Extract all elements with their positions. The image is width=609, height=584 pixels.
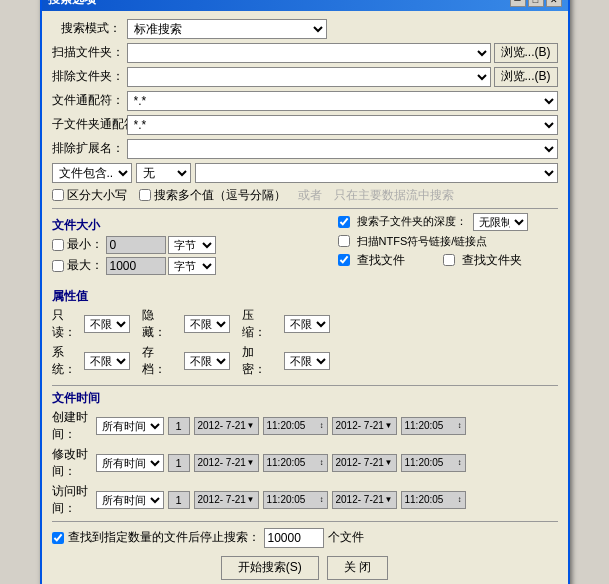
- max-size-checkbox[interactable]: [52, 260, 64, 272]
- modified-time-row: 修改时间： 所有时间 2012- 7-21 ▼ 11:20:05 ↕ 2012-…: [52, 446, 558, 480]
- created-time1-combo[interactable]: 11:20:05 ↕: [263, 417, 328, 435]
- readonly-select[interactable]: 不限: [84, 315, 130, 333]
- created-date2-arrow: ▼: [385, 421, 393, 430]
- modified-num-input[interactable]: [168, 454, 190, 472]
- search-mode-row: 搜索模式： 标准搜索: [52, 19, 558, 39]
- find-folder-checkbox[interactable]: [443, 254, 455, 266]
- stop-after-row: 查找到指定数量的文件后停止搜索： 个文件: [52, 528, 558, 548]
- file-wildcard-input[interactable]: *.*: [127, 91, 558, 111]
- max-label: 最大：: [67, 257, 103, 274]
- search-depth-checkbox[interactable]: [338, 216, 350, 228]
- title-bar: 搜索选项 ─ □ ✕: [42, 0, 568, 11]
- minimize-button[interactable]: ─: [510, 0, 526, 7]
- modified-time2-value: 11:20:05: [405, 457, 444, 468]
- find-files-label: 查找文件: [357, 252, 405, 269]
- archive-select[interactable]: 不限: [184, 352, 230, 370]
- hidden-label: 隐藏：: [142, 307, 176, 341]
- start-search-button[interactable]: 开始搜索(S): [221, 556, 319, 580]
- hidden-select[interactable]: 不限: [184, 315, 230, 333]
- created-num-input[interactable]: [168, 417, 190, 435]
- created-date2-value: 2012- 7-21: [336, 420, 384, 431]
- created-time-row: 创建时间： 所有时间 2012- 7-21 ▼ 11:20:05 ↕ 2012-…: [52, 409, 558, 443]
- accessed-label: 访问时间：: [52, 483, 92, 517]
- attr-row2: 系统： 不限 存档： 不限 加密： 不限: [52, 344, 330, 378]
- maximize-button[interactable]: □: [528, 0, 544, 7]
- exclude-ext-input[interactable]: [127, 139, 558, 159]
- scan-folder-row: 扫描文件夹： 浏览...(B): [52, 43, 558, 63]
- scan-ntfs-row: 扫描NTFS符号链接/链接点: [338, 234, 558, 249]
- stop-after-label: 查找到指定数量的文件后停止搜索：: [68, 529, 260, 546]
- search-multi-checkbox[interactable]: [139, 189, 151, 201]
- divider3: [52, 521, 558, 522]
- subdir-wildcard-input[interactable]: *.*: [127, 115, 558, 135]
- accessed-time2-value: 11:20:05: [405, 494, 444, 505]
- min-size-checkbox[interactable]: [52, 239, 64, 251]
- search-multi-item: 搜索多个值（逗号分隔）: [139, 187, 286, 204]
- accessed-time2-arrow: ↕: [458, 495, 462, 504]
- accessed-date2-combo[interactable]: 2012- 7-21 ▼: [332, 491, 397, 509]
- min-label: 最小：: [67, 236, 103, 253]
- accessed-num-input[interactable]: [168, 491, 190, 509]
- readonly-label: 只读：: [52, 307, 76, 341]
- modified-time1-combo[interactable]: 11:20:05 ↕: [263, 454, 328, 472]
- accessed-time-select[interactable]: 所有时间: [96, 491, 164, 509]
- search-depth-select[interactable]: 无限制: [473, 213, 528, 231]
- scan-folder-browse-button[interactable]: 浏览...(B): [494, 43, 558, 63]
- file-size-header: 文件大小: [52, 217, 330, 234]
- left-panel: 文件大小 最小： 字节 最大： 字节: [52, 213, 330, 381]
- file-size-min-row: 最小： 字节: [52, 236, 330, 254]
- created-date1-combo[interactable]: 2012- 7-21 ▼: [194, 417, 259, 435]
- case-sensitive-checkbox[interactable]: [52, 189, 64, 201]
- max-value-input[interactable]: [106, 257, 166, 275]
- stop-after-checkbox[interactable]: [52, 532, 64, 544]
- min-unit-select[interactable]: 字节: [168, 236, 216, 254]
- created-time-select[interactable]: 所有时间: [96, 417, 164, 435]
- accessed-date1-arrow: ▼: [247, 495, 255, 504]
- or-label: 或者: [298, 187, 322, 204]
- created-label: 创建时间：: [52, 409, 92, 443]
- scan-folder-input[interactable]: [127, 43, 491, 63]
- window-title: 搜索选项: [48, 0, 96, 8]
- modified-time2-combo[interactable]: 11:20:05 ↕: [401, 454, 466, 472]
- modified-date2-arrow: ▼: [385, 458, 393, 467]
- find-folder-label: 查找文件夹: [462, 252, 522, 269]
- scan-ntfs-checkbox[interactable]: [338, 235, 350, 247]
- created-time2-combo[interactable]: 11:20:05 ↕: [401, 417, 466, 435]
- find-files-checkbox[interactable]: [338, 254, 350, 266]
- attr-row1: 只读： 不限 隐藏： 不限 压缩： 不限: [52, 307, 330, 341]
- modified-date1-combo[interactable]: 2012- 7-21 ▼: [194, 454, 259, 472]
- accessed-date1-combo[interactable]: 2012- 7-21 ▼: [194, 491, 259, 509]
- compressed-select[interactable]: 不限: [284, 315, 330, 333]
- window-controls: ─ □ ✕: [510, 0, 562, 7]
- file-contains-option-select[interactable]: 无: [136, 163, 191, 183]
- system-select[interactable]: 不限: [84, 352, 130, 370]
- modified-time-select[interactable]: 所有时间: [96, 454, 164, 472]
- subdir-wildcard-label: 子文件夹通配符：: [52, 116, 127, 133]
- divider2: [52, 385, 558, 386]
- created-date2-combo[interactable]: 2012- 7-21 ▼: [332, 417, 397, 435]
- compressed-label: 压缩：: [242, 307, 276, 341]
- search-mode-select[interactable]: 标准搜索: [127, 19, 327, 39]
- subdir-wildcard-row: 子文件夹通配符： *.*: [52, 115, 558, 135]
- exclude-folder-label: 排除文件夹：: [52, 68, 127, 85]
- file-wildcard-label: 文件通配符：: [52, 92, 127, 109]
- modified-time2-arrow: ↕: [458, 458, 462, 467]
- file-contains-value-input[interactable]: [195, 163, 558, 183]
- close-button[interactable]: ✕: [546, 0, 562, 7]
- accessed-time1-combo[interactable]: 11:20:05 ↕: [263, 491, 328, 509]
- max-unit-select[interactable]: 字节: [168, 257, 216, 275]
- accessed-time2-combo[interactable]: 11:20:05 ↕: [401, 491, 466, 509]
- min-value-input[interactable]: [106, 236, 166, 254]
- modified-date1-arrow: ▼: [247, 458, 255, 467]
- modified-date2-combo[interactable]: 2012- 7-21 ▼: [332, 454, 397, 472]
- exclude-folder-browse-button[interactable]: 浏览...(B): [494, 67, 558, 87]
- encrypted-select[interactable]: 不限: [284, 352, 330, 370]
- file-contains-select[interactable]: 文件包含...: [52, 163, 132, 183]
- accessed-time1-value: 11:20:05: [267, 494, 306, 505]
- exclude-folder-input[interactable]: [127, 67, 491, 87]
- stop-after-input[interactable]: [264, 528, 324, 548]
- exclude-folder-row: 排除文件夹： 浏览...(B): [52, 67, 558, 87]
- scan-folder-label: 扫描文件夹：: [52, 44, 127, 61]
- close-button[interactable]: 关 闭: [327, 556, 388, 580]
- accessed-date1-value: 2012- 7-21: [198, 494, 246, 505]
